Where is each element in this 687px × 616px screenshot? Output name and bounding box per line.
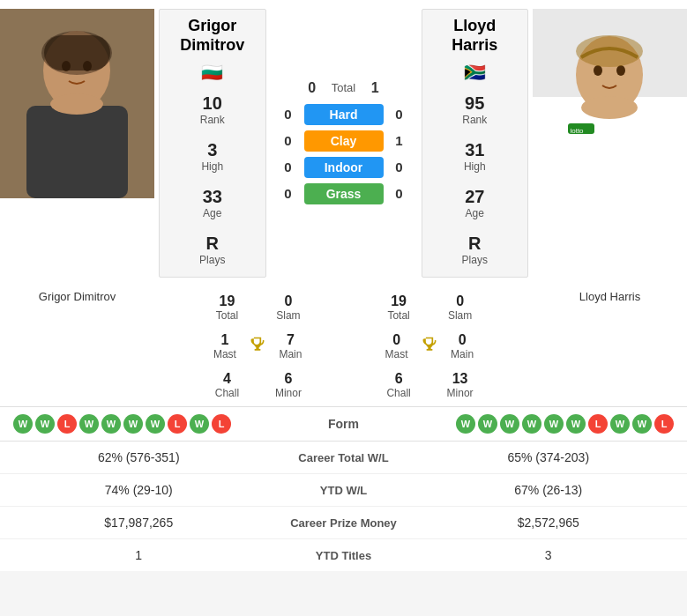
left-rank-label: Rank	[200, 114, 225, 126]
right-age-label: Age	[465, 207, 484, 219]
right-mast-block: 0 Mast	[372, 332, 421, 360]
right-minor-block: 13 Minor	[434, 371, 487, 399]
left-player-photo	[0, 9, 154, 198]
left-form-badge-w: W	[146, 414, 165, 434]
svg-point-12	[581, 96, 638, 119]
left-age-block: 33 Age	[203, 187, 222, 219]
surface-row-grass: 0 Grass 0	[280, 183, 408, 204]
right-form-badge-w: W	[456, 414, 475, 434]
form-label: Form	[291, 417, 397, 431]
right-chall-label: Chall	[372, 387, 425, 399]
right-slam-block: 0 Slam	[434, 293, 487, 322]
left-rank-block: 10 Rank	[200, 93, 225, 126]
left-player-stats: Grigor Dimitrov 🇧🇬 10 Rank 3 High 33 Age…	[159, 9, 266, 278]
left-form-badge-w: W	[123, 414, 143, 434]
indoor-right-score: 0	[391, 160, 408, 174]
spacer-middle	[326, 286, 362, 406]
svg-point-14	[616, 65, 625, 76]
total-row: 0 Total 1	[303, 80, 384, 96]
left-total-block: 19 Total	[201, 293, 254, 322]
right-high-label: High	[464, 160, 486, 173]
right-main-block: 0 Main	[438, 332, 487, 360]
surface-row-clay: 0 Clay 1	[280, 130, 408, 152]
left-chall-label: Chall	[201, 387, 254, 399]
hard-right-score: 0	[391, 107, 408, 122]
right-total-label: Total	[372, 309, 425, 322]
left-name-below: Grigor Dimitrov	[0, 286, 154, 406]
left-high-value: 3	[201, 140, 223, 160]
stats-left-val-3: 1	[13, 548, 265, 562]
stats-left-val-2: $17,987,265	[13, 516, 265, 530]
right-form: WWWWWWLWWL	[404, 414, 675, 434]
right-main-label: Main	[438, 348, 487, 360]
left-main-value: 7	[266, 332, 315, 348]
hard-badge: Hard	[304, 104, 384, 125]
right-minor-value: 13	[434, 371, 487, 387]
left-mast-value: 1	[201, 332, 250, 348]
left-form-badge-l: L	[212, 414, 231, 434]
right-form-badge-w: W	[500, 414, 519, 434]
stats-row-1: 74% (29-10)YTD W/L67% (26-13)	[0, 473, 687, 506]
left-form-badge-w: W	[35, 414, 55, 434]
left-form-badge-l: L	[168, 414, 187, 434]
right-mast-label: Mast	[372, 348, 421, 360]
form-section: WWLWWWWLWL Form WWWWWWLWWL	[0, 407, 687, 441]
left-mast-label: Mast	[201, 348, 250, 360]
left-form-badge-w: W	[101, 414, 121, 434]
right-rank-value: 95	[462, 93, 487, 114]
right-high-block: 31 High	[464, 140, 486, 173]
spacer-right	[497, 286, 533, 406]
left-age-value: 33	[203, 187, 222, 207]
right-form-badge-w: W	[610, 414, 630, 434]
left-plays-value: R	[199, 234, 225, 254]
right-trophy-icon	[421, 336, 438, 357]
stats-row-2: $17,987,265Career Prize Money$2,572,965	[0, 506, 687, 538]
right-age-block: 27 Age	[465, 187, 484, 219]
left-main-label: Main	[266, 348, 315, 360]
left-player-flag: 🇧🇬	[201, 62, 223, 83]
left-slam-value: 0	[262, 293, 315, 309]
right-trophy-row: 0 Mast 0 Main	[372, 329, 486, 364]
right-player-photo: lotto	[533, 9, 687, 198]
right-total-block: 19 Total	[372, 293, 425, 322]
clay-badge: Clay	[304, 130, 384, 152]
right-extra-stats: 19 Total 0 Slam 0 Mast 0 Main	[365, 286, 493, 406]
clay-left-score: 0	[280, 133, 297, 148]
total-label: Total	[332, 81, 355, 94]
right-form-badge-l: L	[588, 414, 608, 434]
left-high-block: 3 High	[201, 140, 223, 173]
comparison-container: Grigor Dimitrov 🇧🇬 10 Rank 3 High 33 Age…	[0, 0, 687, 571]
total-right-score: 1	[366, 80, 384, 96]
grass-badge: Grass	[304, 183, 384, 204]
right-name-below: Lloyd Harris	[533, 286, 687, 406]
right-player-stats: Lloyd Harris 🇿🇦 95 Rank 31 High 27 Age R…	[422, 9, 529, 278]
left-minor-label: Minor	[262, 387, 315, 399]
left-plays-block: R Plays	[199, 234, 225, 266]
bottom-stats: 62% (576-351)Career Total W/L65% (374-20…	[0, 442, 687, 571]
left-age-label: Age	[203, 207, 222, 219]
right-form-badge-w: W	[478, 414, 497, 434]
right-form-badge-w: W	[544, 414, 564, 434]
left-high-label: High	[201, 160, 223, 173]
svg-text:lotto: lotto	[570, 127, 584, 135]
grass-left-score: 0	[280, 186, 297, 201]
right-form-badge-w: W	[632, 414, 652, 434]
left-chall-value: 4	[201, 371, 254, 387]
left-chall-block: 4 Chall	[201, 371, 254, 399]
right-mast-value: 0	[372, 332, 421, 348]
svg-point-7	[41, 31, 112, 75]
right-slam-value: 0	[434, 293, 487, 309]
right-player-name: Lloyd Harris	[433, 17, 518, 55]
left-rank-value: 10	[200, 93, 225, 114]
stats-center-label-0: Career Total W/L	[265, 451, 423, 464]
stats-center-label-1: YTD W/L	[265, 484, 423, 497]
svg-rect-2	[26, 106, 128, 198]
stats-row-0: 62% (576-351)Career Total W/L65% (374-20…	[0, 442, 687, 473]
right-form-badge-l: L	[654, 414, 674, 434]
indoor-badge: Indoor	[304, 157, 384, 178]
right-chall-block: 6 Chall	[372, 371, 425, 399]
middle-section: 0 Total 1 0 Hard 0 0 Clay 1 0 Indoor 0	[271, 9, 417, 278]
left-slam-label: Slam	[262, 309, 315, 322]
grass-right-score: 0	[391, 186, 408, 201]
left-form-badge-w: W	[13, 414, 33, 434]
